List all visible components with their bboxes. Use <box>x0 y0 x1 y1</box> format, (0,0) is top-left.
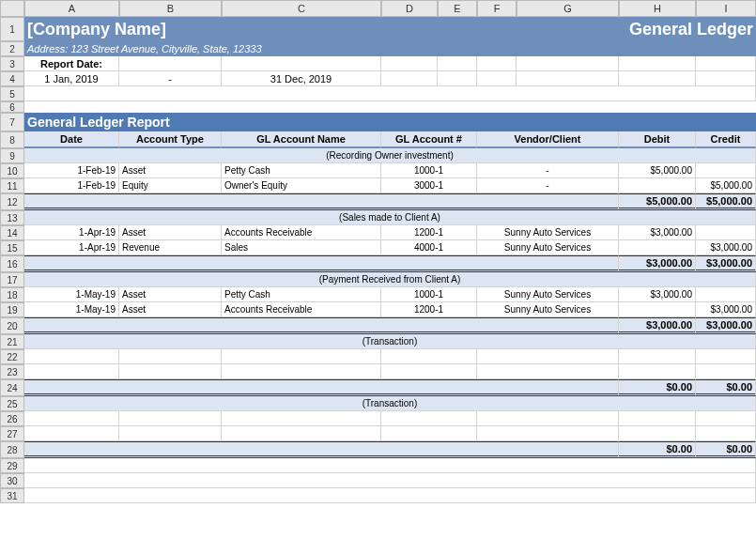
data-debit-2-0[interactable]: $3,000.00 <box>619 287 696 302</box>
data-vendor-1-0[interactable]: Sunny Auto Services <box>477 225 619 240</box>
data-date-3-0[interactable] <box>24 349 119 364</box>
data-vendor-4-1[interactable] <box>477 426 619 441</box>
cell-h4[interactable] <box>619 71 696 86</box>
cell-d4[interactable] <box>381 71 438 86</box>
cell-e4[interactable] <box>438 71 477 86</box>
data-credit-0-0[interactable] <box>696 163 756 178</box>
col-num[interactable]: GL Account # <box>381 131 477 148</box>
data-num-3-1[interactable] <box>381 364 477 379</box>
subtotal-blank-4[interactable] <box>24 441 619 458</box>
subtotal-credit-1[interactable]: $3,000.00 <box>696 255 756 272</box>
row-header-24[interactable]: 24 <box>0 379 24 396</box>
data-num-1-1[interactable]: 4000-1 <box>381 240 477 255</box>
row-header-21[interactable]: 21 <box>0 334 24 349</box>
data-type-4-0[interactable] <box>119 411 222 426</box>
data-credit-3-1[interactable] <box>696 364 756 379</box>
cell-row30[interactable] <box>24 473 756 488</box>
data-vendor-3-1[interactable] <box>477 364 619 379</box>
row-header-18[interactable]: 18 <box>0 287 24 302</box>
data-type-2-0[interactable]: Asset <box>119 287 222 302</box>
data-debit-2-1[interactable] <box>619 302 696 317</box>
data-num-2-1[interactable]: 1200-1 <box>381 302 477 317</box>
cell-i3[interactable] <box>696 56 756 71</box>
cell-e3[interactable] <box>438 56 477 71</box>
data-date-2-1[interactable]: 1-May-19 <box>24 302 119 317</box>
data-name-3-0[interactable] <box>222 349 381 364</box>
data-credit-0-1[interactable]: $5,000.00 <box>696 178 756 193</box>
subtotal-credit-2[interactable]: $3,000.00 <box>696 317 756 334</box>
subtotal-debit-4[interactable]: $0.00 <box>619 441 696 458</box>
data-credit-2-0[interactable] <box>696 287 756 302</box>
data-credit-1-1[interactable]: $3,000.00 <box>696 240 756 255</box>
row-header-6[interactable]: 6 <box>0 101 24 113</box>
data-type-1-0[interactable]: Asset <box>119 225 222 240</box>
col-debit[interactable]: Debit <box>619 131 696 148</box>
cell-c3[interactable] <box>222 56 381 71</box>
data-num-2-0[interactable]: 1000-1 <box>381 287 477 302</box>
subtotal-blank-3[interactable] <box>24 379 619 396</box>
cell-g3[interactable] <box>517 56 619 71</box>
data-date-3-1[interactable] <box>24 364 119 379</box>
row-header-15[interactable]: 15 <box>0 240 24 255</box>
data-date-1-0[interactable]: 1-Apr-19 <box>24 225 119 240</box>
subtotal-debit-1[interactable]: $3,000.00 <box>619 255 696 272</box>
row-header-7[interactable]: 7 <box>0 113 24 131</box>
group-caption-1[interactable]: (Sales made to Client A) <box>24 210 756 225</box>
data-type-2-1[interactable]: Asset <box>119 302 222 317</box>
col-credit[interactable]: Credit <box>696 131 756 148</box>
data-type-4-1[interactable] <box>119 426 222 441</box>
data-num-3-0[interactable] <box>381 349 477 364</box>
data-num-0-1[interactable]: 3000-1 <box>381 178 477 193</box>
subtotal-credit-4[interactable]: $0.00 <box>696 441 756 458</box>
date-from[interactable]: 1 Jan, 2019 <box>24 71 119 86</box>
cell-d3[interactable] <box>381 56 438 71</box>
data-vendor-0-0[interactable]: - <box>477 163 619 178</box>
cell-i4[interactable] <box>696 71 756 86</box>
cell-row5[interactable] <box>24 86 756 101</box>
data-debit-3-1[interactable] <box>619 364 696 379</box>
data-credit-4-0[interactable] <box>696 411 756 426</box>
row-header-26[interactable]: 26 <box>0 411 24 426</box>
group-caption-4[interactable]: (Transaction) <box>24 396 756 411</box>
data-debit-1-1[interactable] <box>619 240 696 255</box>
row-header-22[interactable]: 22 <box>0 349 24 364</box>
data-type-1-1[interactable]: Revenue <box>119 240 222 255</box>
row-header-17[interactable]: 17 <box>0 272 24 287</box>
data-date-2-0[interactable]: 1-May-19 <box>24 287 119 302</box>
cell-f4[interactable] <box>477 71 517 86</box>
data-name-0-0[interactable]: Petty Cash <box>222 163 381 178</box>
data-vendor-2-1[interactable]: Sunny Auto Services <box>477 302 619 317</box>
col-name[interactable]: GL Account Name <box>222 131 381 148</box>
section-title[interactable]: General Ledger Report <box>24 113 756 131</box>
data-debit-1-0[interactable]: $3,000.00 <box>619 225 696 240</box>
cell-row6[interactable] <box>24 101 756 113</box>
data-type-3-1[interactable] <box>119 364 222 379</box>
row-header-2[interactable]: 2 <box>0 41 24 56</box>
group-caption-0[interactable]: (Recording Owner investment) <box>24 148 756 163</box>
row-header-9[interactable]: 9 <box>0 148 24 163</box>
col-header-d[interactable]: D <box>381 0 438 17</box>
row-header-29[interactable]: 29 <box>0 458 24 473</box>
row-header-4[interactable]: 4 <box>0 71 24 86</box>
data-vendor-3-0[interactable] <box>477 349 619 364</box>
data-type-3-0[interactable] <box>119 349 222 364</box>
data-date-0-0[interactable]: 1-Feb-19 <box>24 163 119 178</box>
data-num-0-0[interactable]: 1000-1 <box>381 163 477 178</box>
row-header-5[interactable]: 5 <box>0 86 24 101</box>
row-header-1[interactable]: 1 <box>0 17 24 41</box>
data-name-4-0[interactable] <box>222 411 381 426</box>
subtotal-credit-0[interactable]: $5,000.00 <box>696 193 756 210</box>
subtotal-debit-0[interactable]: $5,000.00 <box>619 193 696 210</box>
col-date[interactable]: Date <box>24 131 119 148</box>
col-type[interactable]: Account Type <box>119 131 222 148</box>
data-name-1-0[interactable]: Accounts Receivable <box>222 225 381 240</box>
ledger-title[interactable]: General Ledger <box>438 17 756 41</box>
data-vendor-4-0[interactable] <box>477 411 619 426</box>
col-header-i[interactable]: I <box>696 0 756 17</box>
data-debit-4-1[interactable] <box>619 426 696 441</box>
row-header-16[interactable]: 16 <box>0 255 24 272</box>
data-credit-1-0[interactable] <box>696 225 756 240</box>
col-header-c[interactable]: C <box>222 0 381 17</box>
data-date-4-1[interactable] <box>24 426 119 441</box>
data-debit-0-1[interactable] <box>619 178 696 193</box>
